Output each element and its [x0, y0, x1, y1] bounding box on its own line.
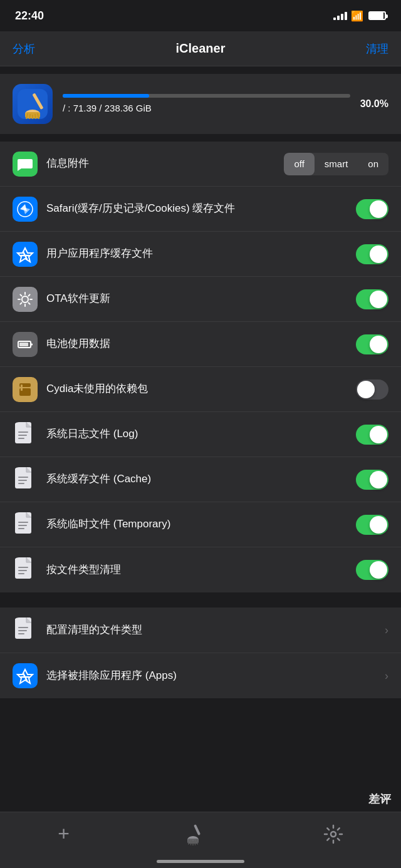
control-clean-by-type[interactable]: [356, 560, 388, 580]
control-system-cache[interactable]: [356, 470, 388, 490]
control-user-app-cache[interactable]: [356, 244, 388, 264]
svg-rect-28: [18, 435, 27, 436]
section-divider: [0, 600, 401, 607]
icon-system-log: [13, 422, 38, 447]
settings-icon: [323, 824, 343, 844]
toggle-safari-cache[interactable]: [356, 199, 388, 219]
seg-btn-off[interactable]: off: [284, 153, 314, 175]
list-item-message-attachments: 信息附件offsmarton: [0, 142, 401, 187]
svg-rect-39: [18, 567, 28, 568]
toggle-system-log[interactable]: [356, 425, 388, 445]
toggle-battery-data[interactable]: [356, 334, 388, 354]
icon-battery-data: [13, 332, 38, 357]
seg-btn-smart[interactable]: smart: [315, 153, 358, 175]
control-battery-data[interactable]: [356, 334, 388, 354]
chevron-right-icon: ›: [385, 669, 388, 683]
svg-rect-35: [18, 522, 28, 523]
label-clean-by-type: 按文件类型清理: [46, 563, 348, 577]
toggle-cydia-unused[interactable]: [356, 380, 388, 400]
svg-rect-31: [18, 477, 28, 478]
home-indicator: [157, 860, 244, 863]
icon-ota-update: [13, 287, 38, 312]
icon-config-file-types: [13, 617, 38, 643]
nav-item-config-file-types[interactable]: 配置清理的文件类型›: [0, 607, 401, 653]
svg-point-14: [24, 208, 26, 210]
svg-rect-20: [31, 343, 33, 345]
svg-line-7: [35, 115, 36, 119]
storage-text: / : 71.39 / 238.36 GiB: [63, 103, 152, 113]
list-item-safari-cache: Safari(缓存/历史记录/Cookies) 缓存文件: [0, 187, 401, 232]
control-ota-update[interactable]: [356, 289, 388, 309]
svg-rect-16: [14, 288, 36, 311]
tab-settings[interactable]: [323, 824, 343, 844]
svg-line-5: [29, 115, 30, 119]
list-item-system-cache: 系统缓存文件 (Cache): [0, 457, 401, 502]
seg-btn-on[interactable]: on: [358, 153, 388, 175]
main-items-section: 信息附件offsmartonSafari(缓存/历史记录/Cookies) 缓存…: [0, 142, 401, 592]
svg-rect-32: [18, 480, 27, 481]
list-item-system-temp: 系统临时文件 (Temporary): [0, 502, 401, 547]
svg-rect-27: [18, 431, 28, 433]
storage-bar: [63, 94, 350, 98]
svg-rect-36: [18, 525, 27, 526]
toggle-clean-by-type[interactable]: [356, 560, 388, 580]
label-ota-update: OTA软件更新: [46, 292, 348, 306]
clean-icon: [185, 823, 207, 845]
label-cydia-unused: Cydia未使用的依赖包: [46, 382, 348, 396]
toggle-knob: [370, 426, 387, 443]
tab-clean[interactable]: [185, 823, 207, 845]
icon-clean-by-type: [13, 557, 38, 582]
label-system-temp: 系统临时文件 (Temporary): [46, 517, 348, 531]
nav-bar: 分析 iCleaner 清理: [0, 31, 401, 66]
nav-item-exclude-apps[interactable]: 选择被排除应用程序 (Apps)›: [0, 653, 401, 698]
list-item-system-log: 系统日志文件 (Log): [0, 412, 401, 457]
svg-rect-37: [18, 528, 24, 529]
svg-rect-47: [194, 824, 200, 835]
toggle-knob: [370, 561, 387, 579]
toggle-knob: [370, 336, 387, 353]
control-system-log[interactable]: [356, 425, 388, 445]
svg-rect-40: [18, 570, 27, 571]
svg-rect-25: [21, 385, 23, 391]
icon-message-attachments: [13, 152, 38, 177]
battery-status-icon: [368, 11, 386, 20]
svg-rect-43: [18, 627, 28, 628]
toggle-system-temp[interactable]: [356, 515, 388, 535]
status-bar: 22:40 📶: [0, 0, 401, 31]
nav-right-button[interactable]: 清理: [366, 41, 388, 56]
nav-left-button[interactable]: 分析: [13, 41, 35, 56]
svg-rect-41: [18, 573, 24, 574]
control-message-attachments[interactable]: offsmarton: [284, 153, 388, 175]
tab-add[interactable]: +: [58, 822, 70, 845]
svg-rect-33: [18, 483, 24, 484]
list-item-battery-data: 电池使用数据: [0, 322, 401, 367]
toggle-user-app-cache[interactable]: [356, 244, 388, 264]
nav-title: iCleaner: [176, 41, 226, 56]
control-system-temp[interactable]: [356, 515, 388, 535]
icon-user-app-cache: [13, 242, 38, 267]
storage-info: / : 71.39 / 238.36 GiB: [63, 94, 350, 114]
status-icons: 📶: [333, 10, 386, 22]
svg-line-53: [195, 840, 195, 845]
icon-exclude-apps: [13, 663, 38, 688]
nav-items-section: 配置清理的文件类型›选择被排除应用程序 (Apps)›: [0, 607, 401, 698]
icon-safari-cache: [13, 197, 38, 222]
label-safari-cache: Safari(缓存/历史记录/Cookies) 缓存文件: [46, 202, 348, 215]
control-cydia-unused[interactable]: [356, 380, 388, 400]
storage-percent: 30.0%: [360, 98, 388, 110]
toggle-ota-update[interactable]: [356, 289, 388, 309]
toggle-knob: [357, 381, 375, 398]
icon-system-temp: [13, 512, 38, 537]
app-icon: [13, 84, 53, 124]
list-item-cydia-unused: Cydia未使用的依赖包: [0, 367, 401, 412]
label-system-log: 系统日志文件 (Log): [46, 427, 348, 441]
broom-svg-icon: [18, 89, 48, 119]
list-item-ota-update: OTA软件更新: [0, 277, 401, 322]
control-safari-cache[interactable]: [356, 199, 388, 219]
segmented-message-attachments[interactable]: offsmarton: [284, 153, 388, 175]
list-item-clean-by-type: 按文件类型清理: [0, 547, 401, 592]
svg-line-51: [191, 840, 192, 845]
svg-rect-44: [18, 630, 27, 631]
toggle-system-cache[interactable]: [356, 470, 388, 490]
toggle-knob: [370, 200, 387, 218]
